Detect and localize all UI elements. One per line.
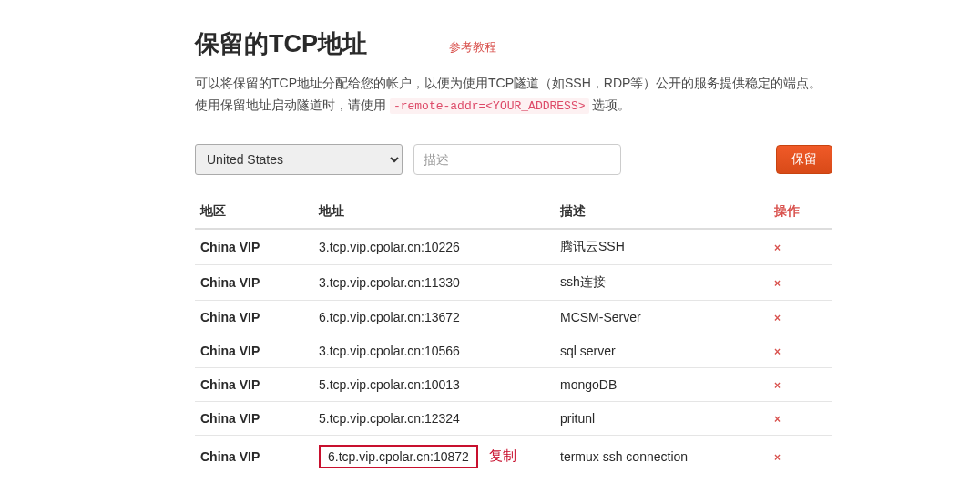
cell-addr: 3.tcp.vip.cpolar.cn:10566 — [313, 334, 555, 367]
cell-action: × — [769, 367, 832, 401]
cell-addr: 3.tcp.vip.cpolar.cn:10226 — [313, 229, 555, 265]
table-row: China VIP3.tcp.vip.cpolar.cn:11330ssh连接× — [195, 264, 832, 300]
th-region: 地区 — [195, 195, 313, 229]
table-row: China VIP5.tcp.vip.cpolar.cn:12324pritun… — [195, 401, 832, 435]
cell-addr: 6.tcp.vip.cpolar.cn:13672 — [313, 300, 555, 334]
cell-region: China VIP — [195, 367, 313, 401]
th-action: 操作 — [769, 195, 832, 229]
reserved-tcp-table: 地区 地址 描述 操作 China VIP3.tcp.vip.cpolar.cn… — [195, 195, 832, 478]
cell-action: × — [769, 300, 832, 334]
desc-text-after: 选项。 — [589, 98, 631, 112]
cell-desc: 腾讯云SSH — [555, 229, 769, 265]
cell-action: × — [769, 401, 832, 435]
page-title: 保留的TCP地址 — [195, 27, 367, 60]
delete-button[interactable]: × — [774, 242, 781, 254]
description-input[interactable] — [413, 144, 621, 175]
table-row: China VIP3.tcp.vip.cpolar.cn:10226腾讯云SSH… — [195, 229, 832, 265]
delete-button[interactable]: × — [774, 345, 781, 358]
reserve-form: United States 保留 — [195, 144, 832, 175]
cell-desc: termux ssh connection — [555, 435, 769, 478]
cell-region: China VIP — [195, 229, 313, 265]
copy-label[interactable]: 复制 — [489, 447, 516, 465]
cell-region: China VIP — [195, 435, 313, 478]
cell-region: China VIP — [195, 401, 313, 435]
cell-region: China VIP — [195, 300, 313, 334]
desc-code: -remote-addr=<YOUR_ADDRESS> — [390, 98, 589, 114]
delete-button[interactable]: × — [774, 312, 781, 324]
cell-desc: mongoDB — [555, 367, 769, 401]
region-select[interactable]: United States — [195, 144, 403, 175]
page-description: 可以将保留的TCP地址分配给您的帐户，以便为使用TCP隧道（如SSH，RDP等）… — [195, 73, 832, 117]
tutorial-link-top[interactable]: 参考教程 — [449, 39, 496, 56]
th-desc: 描述 — [555, 195, 769, 229]
cell-addr: 5.tcp.vip.cpolar.cn:12324 — [313, 401, 555, 435]
delete-button[interactable]: × — [774, 451, 781, 464]
cell-action: × — [769, 334, 832, 367]
cell-desc: sql server — [555, 334, 769, 367]
cell-region: China VIP — [195, 334, 313, 367]
table-row: China VIP3.tcp.vip.cpolar.cn:10566sql se… — [195, 334, 832, 367]
cell-desc: ssh连接 — [555, 264, 769, 300]
delete-button[interactable]: × — [774, 413, 781, 426]
addr-highlight-box: 6.tcp.vip.cpolar.cn:10872 — [319, 445, 478, 468]
reserve-button[interactable]: 保留 — [776, 145, 832, 174]
table-row: China VIP5.tcp.vip.cpolar.cn:10013mongoD… — [195, 367, 832, 401]
cell-desc: MCSM-Server — [555, 300, 769, 334]
th-addr: 地址 — [313, 195, 555, 229]
table-row: China VIP6.tcp.vip.cpolar.cn:13672MCSM-S… — [195, 300, 832, 334]
cell-region: China VIP — [195, 264, 313, 300]
cell-addr: 5.tcp.vip.cpolar.cn:10013 — [313, 367, 555, 401]
cell-addr: 3.tcp.vip.cpolar.cn:11330 — [313, 264, 555, 300]
cell-action: × — [769, 435, 832, 478]
cell-addr: 6.tcp.vip.cpolar.cn:10872复制 — [313, 435, 555, 478]
cell-action: × — [769, 264, 832, 300]
cell-action: × — [769, 229, 832, 265]
delete-button[interactable]: × — [774, 379, 781, 392]
delete-button[interactable]: × — [774, 277, 781, 290]
table-row: China VIP6.tcp.vip.cpolar.cn:10872复制term… — [195, 435, 832, 478]
cell-desc: pritunl — [555, 401, 769, 435]
